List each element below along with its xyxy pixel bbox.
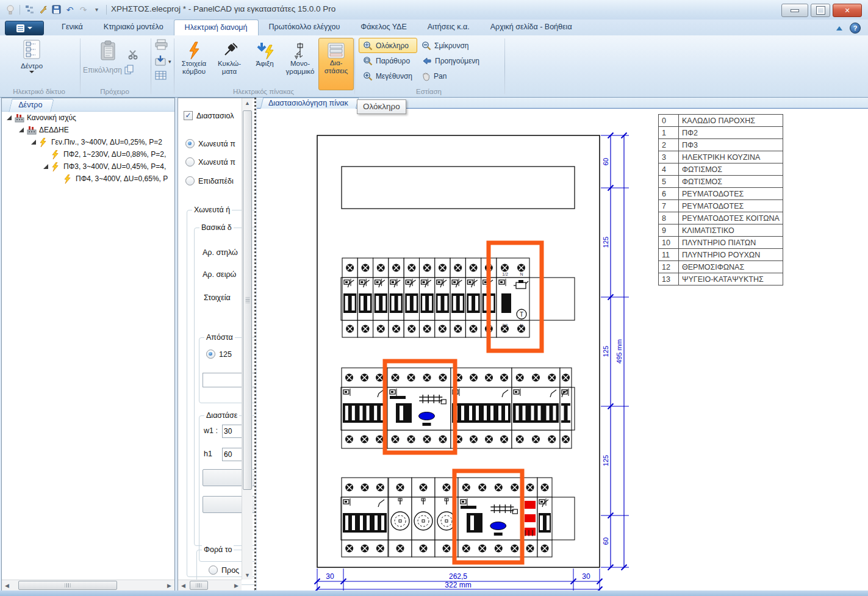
tab-5[interactable]: Αιτήσεις κ.α.	[417, 20, 480, 35]
radio-icon[interactable]	[185, 157, 195, 167]
scroll-left-icon[interactable]: ◀	[2, 581, 12, 590]
scroll-right-icon[interactable]: ▶	[164, 581, 174, 590]
scrollbar-thumb[interactable]	[18, 581, 117, 590]
printer-icon[interactable]	[155, 39, 168, 50]
zoom-button-Μεγέθυνση[interactable]: Μεγέθυνση	[359, 68, 417, 84]
expander-icon[interactable]	[7, 115, 12, 120]
scrollbar-thumb[interactable]	[243, 110, 252, 490]
svg-text:1/2: 1/2	[502, 272, 508, 276]
zoom-button-Παράθυρο[interactable]: Παράθυρο	[359, 53, 417, 68]
tab-2[interactable]: Ηλεκτρική διανομή	[174, 20, 259, 35]
group-electric-panel: ΣτοιχείακόμβουΚυκλώ-ματαΆφιξη Μονο-γραμμ…	[174, 35, 355, 97]
svg-text:262,5: 262,5	[449, 572, 467, 581]
drawing-canvas[interactable]: T1/2N2/1N6012512512560495 mm30262,530322…	[257, 98, 868, 591]
scrollbar-thumb[interactable]	[190, 581, 208, 590]
legend-row-6: 6ΡΕΥΜΑΤΟΔΟΤΕΣ	[659, 188, 783, 200]
distance-radio-125[interactable]: 125	[206, 350, 232, 359]
zoom-button-Pan[interactable]: Pan	[417, 68, 489, 84]
quick-access-toolbar: ↶ ↷ ▾	[5, 4, 108, 15]
tree-item-3[interactable]: ΠΦ2, 1~230V, ΔU=0,88%, P=2,	[2, 148, 174, 160]
plug-icon	[221, 41, 237, 60]
svg-text:N: N	[520, 272, 523, 276]
panel-splitter[interactable]	[254, 98, 256, 590]
panel-button-4[interactable]: Δια-στάσεις	[318, 38, 354, 90]
tab-6[interactable]: Αρχική σελίδα - Βοήθεια	[480, 20, 583, 35]
radio-icon[interactable]	[185, 176, 195, 185]
minimize-button[interactable]	[781, 4, 808, 17]
restore-button[interactable]	[811, 4, 830, 17]
svg-text:60: 60	[602, 158, 609, 165]
close-button[interactable]: ✕	[833, 4, 862, 17]
tree-item-2[interactable]: Γεν.Πιν., 3~400V, ΔU=0,25%, P=2	[2, 136, 174, 148]
canvas-tab[interactable]: Διαστασιολόγηση πίνακ	[260, 98, 359, 109]
collapse-ribbon-icon[interactable]	[836, 26, 842, 31]
undo-icon[interactable]: ↶	[65, 4, 75, 15]
tree-panel-tab[interactable]: Δέντρο	[9, 99, 54, 112]
tab-3[interactable]: Πρωτόκολλο ελέγχου	[259, 20, 351, 35]
scroll-down-icon[interactable]: ▼	[242, 570, 253, 580]
zoom-button-Σμίκρυνση[interactable]: Σμίκρυνση	[417, 38, 489, 53]
w1-input[interactable]	[222, 425, 244, 438]
direction-radio[interactable]: Προς	[209, 565, 239, 575]
svg-text:30: 30	[326, 572, 334, 581]
panel-button-1[interactable]: Κυκλώ-ματα	[212, 38, 246, 89]
svg-text:60: 60	[602, 537, 609, 545]
network-tree-panel: Δέντρο Κανονική ισχύςΔΕΔΔΗΕΓεν.Πιν., 3~4…	[1, 98, 175, 591]
tree-item-1[interactable]: ΔΕΔΔΗΕ	[2, 124, 174, 136]
application-menu-button[interactable]	[5, 21, 44, 35]
tree-item-0[interactable]: Κανονική ισχύς	[2, 112, 174, 124]
wrench-icon[interactable]	[38, 4, 48, 15]
scroll-up-icon[interactable]: ▲	[242, 98, 253, 107]
clipboard-icon[interactable]	[100, 40, 118, 61]
tree-item-label: Γεν.Πιν., 3~400V, ΔU=0,25%, P=2	[51, 138, 162, 146]
tab-0[interactable]: Γενικά	[51, 20, 93, 35]
panel-button-2[interactable]: Άφιξη	[248, 38, 282, 89]
redo-icon[interactable]: ↷	[78, 4, 88, 15]
paste-button[interactable]: Επικόλληση	[83, 66, 122, 74]
chevron-down-icon[interactable]: ▾	[168, 59, 171, 65]
legend-row-7: 7ΡΕΥΜΑΤΟΔΟΤΕΣ	[659, 200, 783, 212]
svg-text:2/1: 2/1	[502, 323, 508, 328]
tab-1[interactable]: Κτηριακό μοντέλο	[93, 20, 174, 35]
tree-horizontal-scrollbar[interactable]: ◀ ▶	[2, 580, 174, 591]
expander-icon[interactable]	[19, 127, 24, 132]
copy-icon[interactable]	[124, 65, 135, 75]
w1-row: w1 :	[204, 426, 218, 435]
panel-button-3[interactable]: Μονο-γραμμικό	[283, 38, 317, 89]
panel-button-0[interactable]: Στοιχείακόμβου	[177, 38, 211, 89]
tab-4[interactable]: Φάκελος ΥΔΕ	[350, 20, 417, 35]
svg-text:125: 125	[602, 455, 609, 466]
expander-icon[interactable]	[31, 140, 36, 145]
export-icon[interactable]	[155, 55, 167, 66]
more-chevron-icon[interactable]: ▾	[91, 4, 102, 15]
radio-icon[interactable]	[209, 565, 218, 575]
help-icon[interactable]: ?	[850, 23, 861, 34]
save-icon[interactable]	[51, 4, 62, 15]
form-vertical-scrollbar[interactable]: ▲ ▼	[242, 98, 253, 580]
mount-radio-2[interactable]: Χωνευτά π	[185, 157, 235, 167]
sizing-checkbox-row[interactable]: ✓ Διαστασιολ	[184, 111, 234, 120]
mount-radio-1[interactable]: Χωνευτά π	[185, 139, 235, 148]
radio-icon[interactable]	[185, 139, 195, 148]
form-horizontal-scrollbar[interactable]: ◀ ▶	[178, 580, 242, 591]
scroll-left-icon[interactable]: ◀	[178, 581, 188, 590]
legend-row-11: 11ΠΛΥΝΤΗΡΙΟ ΡΟΥΧΩΝ	[659, 249, 783, 261]
scissors-icon[interactable]	[128, 49, 139, 60]
tree-item-4[interactable]: ΠΦ3, 3~400V, ΔU=0,45%, P=4,	[2, 160, 174, 173]
table-icon[interactable]	[155, 71, 167, 81]
zoom-button-Προηγούμενη[interactable]: Προηγούμενη	[417, 53, 489, 68]
zoom-previous-icon	[421, 56, 432, 66]
expander-icon[interactable]	[43, 164, 48, 169]
tree-icon[interactable]	[24, 4, 35, 15]
arrival-lightning-icon	[256, 41, 274, 60]
tree-item-5[interactable]: ΠΦ4, 3~400V, ΔU=0,65%, P	[2, 173, 174, 185]
h1-input[interactable]	[222, 448, 244, 461]
mount-radio-3[interactable]: Επιδαπέδι	[185, 176, 234, 185]
zoom-button-Ολόκληρο[interactable]: Ολόκληρο	[359, 38, 417, 53]
qat-separator	[20, 5, 20, 15]
scroll-right-icon[interactable]: ▶	[231, 581, 242, 590]
checkbox-icon[interactable]: ✓	[184, 111, 193, 120]
lightbulb-icon[interactable]	[5, 4, 15, 15]
tree-button[interactable]: Δέντρο	[21, 39, 43, 73]
radio-icon[interactable]	[206, 350, 215, 359]
